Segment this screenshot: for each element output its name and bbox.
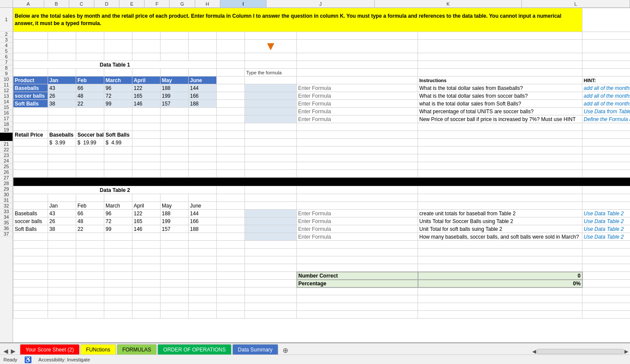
tab-your-score-sheet[interactable]: Your Score Sheet (2) [20,344,80,354]
formula-input-10[interactable] [245,100,297,108]
cell-C37 [76,311,104,319]
retail-value-softball: $ 4.99 [104,139,132,147]
horizontal-scrollbar[interactable] [537,349,624,354]
row-18 [13,162,630,170]
cell-E37 [132,311,161,319]
cell-C12 [76,115,104,123]
cell-H29 [217,249,245,256]
tab-scroll-right[interactable]: ▶ [11,348,16,354]
status-ready: Ready [3,357,17,362]
cell-G14 [189,131,217,139]
t2-product-baseballs: Baseballs [13,210,48,217]
cell-A29 [13,249,48,256]
cell-may-softball: 157 [161,100,189,108]
row-num-15: 15 [0,105,13,110]
t2-product-soccer: soccer balls [13,217,48,225]
cell-B13 [48,123,76,131]
cell-C34 [76,287,104,295]
cell-F34 [161,287,189,295]
cell-march-softball: 99 [104,100,132,108]
formula-input-12[interactable] [245,115,297,123]
scrollbar-right-btn[interactable]: ▶ [624,348,628,354]
header-jan: Jan [48,77,76,84]
cell-J28 [297,241,418,249]
cell-E22 [132,194,161,202]
row-14: Retail Price Baseballs Soccer balls Soft… [13,131,630,139]
t2-may-softball: 157 [161,225,189,233]
formula-input-24[interactable] [245,210,297,217]
formula-input-25[interactable] [245,217,297,225]
row-5: Data Table 1 [13,61,630,69]
cell-C35 [76,295,104,303]
cell-D19 [104,170,132,178]
row-num-13: 13 [0,93,13,99]
col-header-L: L [522,0,630,7]
add-sheet-button[interactable]: ⊕ [283,346,288,354]
tab-scroll-left[interactable]: ◀ [3,348,8,354]
row-26: Soft Balls 38 22 99 146 157 188 Enter Fo… [13,225,630,233]
cell-K2 [418,32,582,40]
row-9: soccer balls 26 48 72 165 199 166 Enter … [13,92,630,100]
cell-J21 [297,186,418,194]
cell-feb-soccer: 48 [76,92,104,100]
number-correct-value: 0 [418,272,582,280]
cell-J4 [297,53,418,61]
cell-D30 [104,256,132,264]
cell-K37 [418,311,582,319]
percentage-label: Percentage [297,280,418,287]
cell-I5 [245,61,297,69]
cell-A34 [13,287,48,295]
cell-H13 [217,123,245,131]
cell-E28 [132,241,161,249]
formula-input-27[interactable] [245,233,297,241]
enter-formula-12: Enter Formula [297,115,418,123]
cell-J23 [297,202,418,210]
scrollbar-left-btn[interactable]: ◀ [532,348,536,354]
cell-K18 [418,162,582,170]
cell-A3 [13,40,48,53]
cell-J17 [297,154,418,162]
cell-L18 [582,162,630,170]
formula-input-26[interactable] [245,225,297,233]
tab-functions[interactable]: FUNctions [80,344,116,354]
cell-H14 [217,131,245,139]
cell-L33 [582,280,630,287]
cell-H4 [217,53,245,61]
formula-input-11[interactable] [245,108,297,115]
cell-B30 [48,256,76,264]
formula-input-8[interactable] [245,84,297,92]
cell-H11 [217,108,245,115]
row-num-22: 22 [0,147,13,153]
cell-jan-soccer: 26 [48,92,76,100]
cell-I17 [245,154,297,162]
retail-header-softball: Soft Balls [104,131,132,139]
cell-I21 [245,186,297,194]
cell-A12 [13,115,48,123]
cell-june-baseballs: 144 [189,84,217,92]
cell-D2 [104,32,132,40]
row-num-2: 2 [0,32,13,37]
cell-C6 [76,69,104,77]
cell-A17 [13,154,48,162]
cell-D16 [104,147,132,154]
cell-B35 [48,295,76,303]
cell-K28 [418,241,582,249]
row-30 [13,256,630,264]
row-13 [13,123,630,131]
row-num-30: 30 [0,192,13,198]
cell-J29 [297,249,418,256]
instruction-24: create unit totals for baseball from Tab… [418,210,582,217]
cell-E2 [132,32,161,40]
cell-K15 [418,139,582,147]
cell-C33 [76,280,104,287]
cell-F13 [161,123,189,131]
cell-K3 [418,40,582,53]
cell-L19 [582,170,630,178]
cell-H15 [217,139,245,147]
formula-input-9[interactable] [245,92,297,100]
cell-K23 [418,202,582,210]
tab-data-summary[interactable]: Data Summary [232,344,278,354]
cell-L28 [582,241,630,249]
tab-formulas[interactable]: FORMULAS [117,344,157,354]
tab-order-of-operations[interactable]: ORDER OF OPERATIONS [158,344,231,354]
